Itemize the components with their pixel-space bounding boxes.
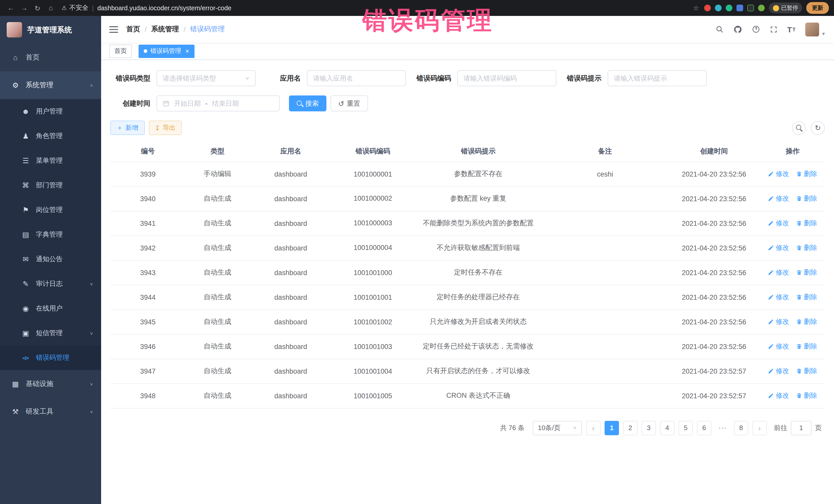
edit-link[interactable]: 修改 bbox=[768, 342, 789, 351]
user-menu[interactable]: ▼ bbox=[805, 22, 826, 36]
close-icon[interactable]: × bbox=[185, 48, 189, 54]
page-button-5[interactable]: 5 bbox=[679, 421, 693, 435]
extension-icon[interactable] bbox=[704, 5, 711, 11]
github-icon[interactable] bbox=[733, 25, 742, 34]
edit-icon bbox=[768, 269, 774, 276]
prev-page-button[interactable]: ‹ bbox=[586, 421, 600, 435]
extension-icon[interactable] bbox=[747, 5, 754, 11]
sidebar-item-gear[interactable]: ⚙ 系统管理 ∧ bbox=[0, 71, 101, 99]
update-button[interactable]: 更新 bbox=[806, 2, 829, 14]
browser-forward-icon[interactable]: → bbox=[19, 4, 30, 12]
edit-link[interactable]: 修改 bbox=[768, 194, 789, 203]
browser-reload-icon[interactable]: ↻ bbox=[32, 4, 43, 12]
show-search-button[interactable] bbox=[792, 121, 806, 135]
edit-icon bbox=[768, 319, 774, 325]
edit-link[interactable]: 修改 bbox=[768, 268, 789, 277]
goto-page-input[interactable] bbox=[791, 421, 811, 435]
edit-link[interactable]: 修改 bbox=[768, 169, 789, 179]
edit-link[interactable]: 修改 bbox=[768, 292, 789, 302]
delete-link[interactable]: 删除 bbox=[796, 317, 817, 326]
edit-link[interactable]: 修改 bbox=[768, 219, 789, 228]
page-button-4[interactable]: 4 bbox=[660, 421, 674, 435]
font-size-icon[interactable]: TT bbox=[787, 25, 796, 34]
page-button-1[interactable]: 1 bbox=[605, 421, 619, 435]
error-message-field[interactable] bbox=[608, 70, 707, 86]
sidebar-toggle-button[interactable] bbox=[101, 25, 126, 33]
error-type-select[interactable]: 请选择错误码类型 ∨ bbox=[156, 70, 256, 86]
next-page-button[interactable]: › bbox=[752, 421, 767, 435]
breadcrumb-item-system[interactable]: 系统管理 bbox=[151, 25, 179, 34]
edit-link[interactable]: 修改 bbox=[768, 243, 789, 253]
delete-link[interactable]: 删除 bbox=[796, 243, 817, 253]
sidebar-item-department[interactable]: ⌘ 部门管理 bbox=[0, 173, 101, 198]
error-message-input[interactable] bbox=[614, 71, 701, 86]
browser-extensions-area: 已暂停 更新 bbox=[704, 2, 829, 14]
sidebar-item-roles[interactable]: ♟ 角色管理 bbox=[0, 124, 101, 148]
edit-link[interactable]: 修改 bbox=[768, 391, 789, 400]
delete-link[interactable]: 删除 bbox=[796, 342, 817, 351]
edit-link[interactable]: 修改 bbox=[768, 367, 789, 376]
tab-error-code[interactable]: 错误码管理 × bbox=[138, 44, 194, 58]
cell-created: 2021-04-20 23:52:56 bbox=[667, 162, 760, 186]
sidebar-item-user[interactable]: ☻ 用户管理 bbox=[0, 99, 101, 124]
sidebar-item-online-users[interactable]: ◉ 在线用户 bbox=[0, 296, 101, 321]
sidebar-item-infrastructure[interactable]: ▦ 基础设施 ∨ bbox=[0, 370, 101, 398]
tab-home[interactable]: 首页 bbox=[109, 44, 132, 58]
department-icon: ⌘ bbox=[21, 181, 30, 190]
error-code-input[interactable] bbox=[463, 71, 550, 86]
export-button[interactable]: ↧ 导出 bbox=[149, 120, 182, 135]
date-range-picker[interactable]: 开始日期 - 结束日期 bbox=[156, 95, 280, 111]
breadcrumb-item-home[interactable]: 首页 bbox=[126, 25, 140, 34]
delete-link[interactable]: 删除 bbox=[796, 268, 817, 277]
pagination: 共 76 条 10条/页 ∨ ‹ 123456···8 › 前往 页 bbox=[110, 421, 825, 435]
page-button-2[interactable]: 2 bbox=[623, 421, 637, 435]
delete-link[interactable]: 删除 bbox=[796, 391, 817, 400]
page-button-6[interactable]: 6 bbox=[697, 421, 711, 435]
delete-link[interactable]: 删除 bbox=[796, 219, 817, 228]
delete-link[interactable]: 删除 bbox=[796, 194, 817, 203]
bookmark-star-icon[interactable]: ☆ bbox=[693, 4, 704, 12]
app-layout: 芋道管理系统 ⌂ 首页 ⚙ 系统管理 ∧ ☻ 用户管理 ♟ 角色管理 ☰ 菜单管… bbox=[0, 16, 834, 504]
top-navbar: 首页 / 系统管理 / 错误码管理 bbox=[101, 16, 834, 43]
browser-back-icon[interactable]: ← bbox=[5, 4, 17, 12]
page-size-select[interactable]: 10条/页 ∨ bbox=[533, 421, 582, 435]
sidebar-item-audit-log[interactable]: ✎ 审计日志 ∨ bbox=[0, 271, 101, 296]
error-code-field[interactable] bbox=[457, 70, 556, 86]
delete-link[interactable]: 删除 bbox=[796, 367, 817, 376]
error-code-page: 错误码类型 请选择错误码类型 ∨ 应用名 错误码编码 bbox=[101, 60, 834, 504]
sidebar-item-sms[interactable]: ▣ 短信管理 ∨ bbox=[0, 321, 101, 345]
help-icon[interactable] bbox=[752, 25, 760, 34]
sidebar-item-notice[interactable]: ✉ 通知公告 bbox=[0, 247, 101, 271]
page-ellipsis[interactable]: ··· bbox=[716, 421, 730, 435]
app-logo[interactable]: 芋道管理系统 bbox=[0, 16, 101, 44]
sidebar-item-menu[interactable]: ☰ 菜单管理 bbox=[0, 148, 101, 173]
app-name-input[interactable] bbox=[313, 71, 400, 86]
page-button-3[interactable]: 3 bbox=[641, 421, 656, 435]
sidebar-item-error-code[interactable]: </> 错误码管理 bbox=[0, 345, 101, 370]
sidebar-item-dictionary[interactable]: ▤ 字典管理 bbox=[0, 222, 101, 247]
address-bar[interactable]: ⚠ 不安全 | dashboard.yudao.iocoder.cn/syste… bbox=[57, 4, 704, 12]
goto-suffix: 页 bbox=[815, 423, 822, 432]
column-header-app: 应用名 bbox=[250, 141, 332, 162]
cell-code: 1001001005 bbox=[332, 384, 414, 408]
paused-badge[interactable]: 已暂停 bbox=[769, 3, 802, 13]
search-icon[interactable] bbox=[716, 25, 724, 34]
extension-icon[interactable] bbox=[715, 5, 722, 11]
browser-home-icon[interactable]: ⌂ bbox=[45, 4, 57, 12]
sidebar-item-devtools[interactable]: ⚒ 研发工具 ∨ bbox=[0, 398, 101, 425]
extension-icon[interactable] bbox=[737, 5, 743, 11]
reset-button[interactable]: ↺ 重置 bbox=[331, 95, 368, 111]
page-button-8[interactable]: 8 bbox=[734, 421, 748, 435]
sidebar-item-position[interactable]: ⚑ 岗位管理 bbox=[0, 198, 101, 222]
app-name-field[interactable] bbox=[307, 70, 406, 86]
delete-link[interactable]: 删除 bbox=[796, 169, 817, 179]
delete-link[interactable]: 删除 bbox=[796, 292, 817, 302]
extension-icon[interactable] bbox=[758, 5, 765, 11]
fullscreen-icon[interactable] bbox=[770, 25, 777, 33]
extension-icon[interactable] bbox=[726, 5, 732, 11]
sidebar-item-home[interactable]: ⌂ 首页 bbox=[0, 44, 101, 71]
refresh-button[interactable]: ↻ bbox=[811, 121, 825, 135]
add-button[interactable]: ＋ 新增 bbox=[110, 120, 145, 135]
search-button[interactable]: 搜索 bbox=[289, 95, 326, 111]
edit-link[interactable]: 修改 bbox=[768, 317, 789, 326]
